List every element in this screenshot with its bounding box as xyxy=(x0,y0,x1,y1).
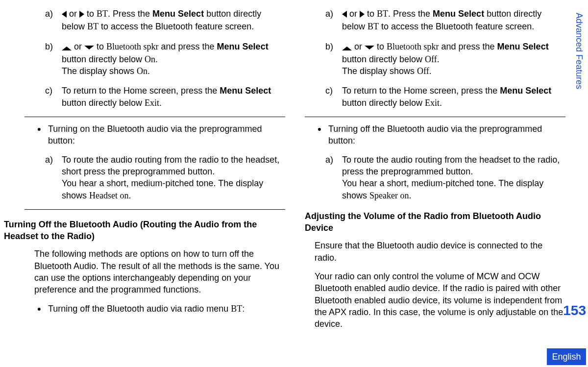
step-content: or to BT. Press the Menu Select button d… xyxy=(62,8,285,33)
step-content: or to Bluetooth spkr and press the Menu … xyxy=(342,41,565,77)
right-subprocedure: a) To route the audio routing from the h… xyxy=(315,154,565,201)
on-label: On xyxy=(145,54,155,64)
left-subprocedure: a) To route the audio routing from the r… xyxy=(34,154,285,201)
step-a: a) or to BT. Press the Menu Select butto… xyxy=(342,8,565,33)
divider xyxy=(24,209,285,210)
svg-marker-6 xyxy=(342,47,352,50)
text: to access the Bluetooth feature screen. xyxy=(379,22,534,31)
text: . xyxy=(440,98,442,108)
text: To route the audio routing from the radi… xyxy=(62,155,279,176)
bt-spkr-label: Bluetooth spkr xyxy=(106,42,159,51)
step-a: a) or to BT. Press the Menu Select butto… xyxy=(62,8,285,33)
on-label: On xyxy=(137,66,147,76)
svg-marker-5 xyxy=(360,11,365,18)
menu-select-label: Menu Select xyxy=(433,9,484,19)
svg-marker-2 xyxy=(62,47,72,50)
list-marker: a) xyxy=(45,8,53,20)
columns: a) or to BT. Press the Menu Select butto… xyxy=(0,0,588,337)
text: or xyxy=(352,42,365,51)
step-content: or to Bluetooth spkr and press the Menu … xyxy=(62,41,285,77)
paragraph: Ensure that the Bluetooth audio device i… xyxy=(315,240,565,264)
bt-label: BT xyxy=(368,22,379,31)
svg-marker-0 xyxy=(62,11,67,18)
svg-marker-1 xyxy=(79,11,84,18)
text: to xyxy=(94,42,106,51)
divider xyxy=(24,117,285,117)
list-marker: a) xyxy=(45,154,53,166)
step-content: To route the audio routing from the radi… xyxy=(62,154,285,201)
off-label: Off xyxy=(425,54,437,64)
list-marker: a) xyxy=(325,8,333,20)
left-procedure-1: a) or to BT. Press the Menu Select butto… xyxy=(34,8,285,109)
text: . xyxy=(429,66,432,76)
list-marker: b) xyxy=(325,41,333,52)
text: and press the xyxy=(159,42,217,51)
step-content: or to BT. Press the Menu Select button d… xyxy=(342,8,565,33)
bullet-item: Turning off the Bluetooth audio via radi… xyxy=(34,303,285,315)
divider xyxy=(305,117,565,117)
text: The display shows xyxy=(62,66,137,76)
text: and press the xyxy=(439,42,497,51)
right-procedure-1: a) or to BT. Press the Menu Select butto… xyxy=(315,8,565,109)
page-number: 153 xyxy=(563,303,586,318)
menu-select-label: Menu Select xyxy=(500,86,551,96)
arrow-up-wide-icon xyxy=(342,42,352,53)
text: or xyxy=(67,9,79,19)
svg-marker-3 xyxy=(84,46,94,49)
text: to xyxy=(365,9,377,19)
step-c: c) To return to the Home screen, press t… xyxy=(62,85,285,109)
bt-spkr-label: Bluetooth spkr xyxy=(387,42,439,51)
side-tab: Advanced Features xyxy=(571,2,586,100)
list-marker: a) xyxy=(325,154,333,166)
arrow-up-wide-icon xyxy=(62,42,72,53)
text: . xyxy=(409,191,412,200)
paragraph: The following methods are options on how… xyxy=(34,248,285,295)
bullet-text: Turning off the Bluetooth audio via the … xyxy=(328,124,542,146)
text: : xyxy=(242,304,245,314)
arrow-left-solid-icon xyxy=(62,9,67,21)
text: . xyxy=(437,54,440,64)
text: . xyxy=(129,191,131,200)
list-marker: b) xyxy=(45,41,53,52)
text: To return to the Home screen, press the xyxy=(62,86,220,96)
bt-label: BT xyxy=(87,22,98,31)
arrow-left-solid-icon xyxy=(342,9,347,21)
page: a) or to BT. Press the Menu Select butto… xyxy=(0,0,588,367)
paragraph: Your radio can only control the volume o… xyxy=(315,270,565,330)
bullet-item: Turning on the Bluetooth audio via the p… xyxy=(34,123,285,147)
text: to xyxy=(84,9,97,19)
text: The display shows xyxy=(342,66,417,76)
text: . xyxy=(159,98,162,108)
svg-marker-7 xyxy=(365,46,374,49)
arrow-down-wide-icon xyxy=(365,42,374,53)
step-c: c) To return to the Home screen, press t… xyxy=(342,85,565,109)
speaker-on-label: Speaker on xyxy=(369,191,409,200)
text: . xyxy=(155,54,158,64)
bullet-text: Turning on the Bluetooth audio via the p… xyxy=(48,124,262,146)
arrow-right-solid-icon xyxy=(360,9,365,21)
text: or xyxy=(72,42,84,51)
bt-label: BT xyxy=(377,9,388,19)
text: . Press the xyxy=(388,9,433,19)
headset-on-label: Headset on xyxy=(89,191,128,200)
text: to access the Bluetooth feature screen. xyxy=(98,22,254,31)
exit-label: Exit xyxy=(145,98,159,108)
language-badge: English xyxy=(547,348,586,365)
off-label: Off xyxy=(417,66,429,76)
text: button directly below xyxy=(342,54,425,64)
text: . Press the xyxy=(108,9,152,19)
arrow-right-solid-icon xyxy=(79,9,84,21)
text: button directly below xyxy=(342,98,425,108)
right-column: a) or to BT. Press the Menu Select butto… xyxy=(315,5,565,337)
exit-label: Exit xyxy=(425,98,440,108)
list-marker: c) xyxy=(325,85,333,97)
step-content: To route the audio routing from the head… xyxy=(342,154,565,201)
step-a: a) To route the audio routing from the h… xyxy=(342,154,565,201)
step-content: To return to the Home screen, press the … xyxy=(62,85,285,109)
step-content: To return to the Home screen, press the … xyxy=(342,85,565,109)
arrow-down-wide-icon xyxy=(84,42,94,53)
menu-select-label: Menu Select xyxy=(497,42,549,51)
text: to xyxy=(374,42,387,51)
step-b: b) or to Bluetooth spkr and press the Me… xyxy=(342,41,565,77)
bullet-item: Turning off the Bluetooth audio via the … xyxy=(315,123,565,147)
